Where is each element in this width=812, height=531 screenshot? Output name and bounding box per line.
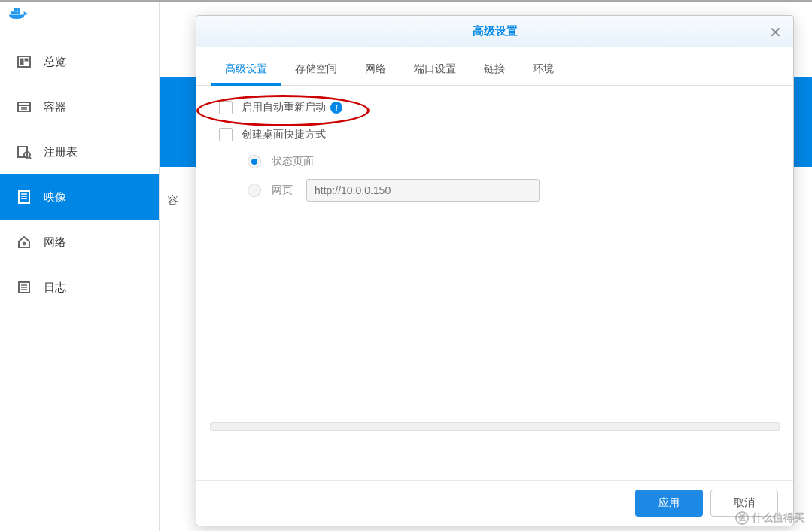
svg-rect-2 xyxy=(17,11,20,14)
sidebar-item-log[interactable]: 日志 xyxy=(0,265,159,310)
create-shortcut-label: 创建桌面快捷方式 xyxy=(242,128,326,141)
sidebar-item-registry[interactable]: 注册表 xyxy=(0,129,159,174)
sidebar-item-label: 容器 xyxy=(44,100,66,114)
sidebar-item-network[interactable]: 网络 xyxy=(0,220,159,265)
svg-rect-6 xyxy=(20,59,23,65)
tab-advanced[interactable]: 高级设置 xyxy=(211,55,281,86)
watermark: 值 什么值得买 xyxy=(735,511,804,525)
network-icon xyxy=(15,233,33,251)
webpage-label: 网页 xyxy=(272,184,293,197)
modal-header: 高级设置 ✕ xyxy=(196,16,793,47)
webpage-radio[interactable] xyxy=(248,184,261,197)
watermark-icon: 值 xyxy=(735,511,749,525)
status-page-radio[interactable] xyxy=(248,155,261,168)
sidebar: 总览 容器 注册表 映像 网络 日志 xyxy=(0,2,160,531)
advanced-settings-modal: 高级设置 ✕ 高级设置 存储空间 网络 端口设置 链接 环境 启用自动重新启动 … xyxy=(196,15,794,526)
log-icon xyxy=(15,278,33,296)
auto-restart-row: 启用自动重新启动 i xyxy=(219,101,771,114)
modal-footer: 应用 取消 xyxy=(196,480,793,526)
container-icon xyxy=(15,98,33,116)
create-shortcut-row: 创建桌面快捷方式 xyxy=(219,128,771,141)
watermark-text: 什么值得买 xyxy=(752,511,804,525)
sidebar-item-label: 总览 xyxy=(44,55,66,69)
apply-button[interactable]: 应用 xyxy=(635,490,703,517)
svg-rect-3 xyxy=(14,8,17,11)
image-icon xyxy=(15,188,33,206)
info-icon[interactable]: i xyxy=(330,102,342,114)
svg-rect-0 xyxy=(11,11,14,14)
sidebar-item-label: 映像 xyxy=(44,190,66,205)
tab-port[interactable]: 端口设置 xyxy=(400,55,470,85)
auto-restart-label: 启用自动重新启动 xyxy=(242,101,326,114)
status-page-label: 状态页面 xyxy=(272,155,314,168)
svg-rect-15 xyxy=(19,191,29,203)
tab-environment[interactable]: 环境 xyxy=(519,55,567,85)
partial-text: 容 xyxy=(167,193,178,208)
modal-title: 高级设置 xyxy=(473,24,518,38)
sidebar-item-image[interactable]: 映像 xyxy=(0,174,159,220)
overview-icon xyxy=(15,53,33,71)
tab-bar: 高级设置 存储空间 网络 端口设置 链接 环境 xyxy=(196,47,793,86)
svg-rect-1 xyxy=(14,11,17,14)
sidebar-item-label: 网络 xyxy=(44,235,66,250)
status-page-row: 状态页面 xyxy=(248,155,771,168)
url-input[interactable] xyxy=(306,179,540,202)
tab-volume[interactable]: 存储空间 xyxy=(281,55,351,85)
svg-rect-8 xyxy=(18,102,30,111)
sidebar-item-container[interactable]: 容器 xyxy=(0,84,159,129)
svg-line-14 xyxy=(29,157,31,159)
tab-network[interactable]: 网络 xyxy=(351,55,400,85)
auto-restart-checkbox[interactable] xyxy=(219,101,233,114)
tab-links[interactable]: 链接 xyxy=(470,55,519,85)
svg-rect-5 xyxy=(18,56,30,67)
modal-body: 启用自动重新启动 i 创建桌面快捷方式 状态页面 网页 xyxy=(196,86,793,480)
sidebar-item-label: 日志 xyxy=(44,281,66,295)
sidebar-item-overview[interactable]: 总览 xyxy=(0,39,159,84)
svg-point-19 xyxy=(23,242,26,245)
sidebar-item-label: 注册表 xyxy=(44,145,78,159)
horizontal-scrollbar[interactable] xyxy=(210,422,780,431)
registry-icon xyxy=(15,143,33,161)
close-icon[interactable]: ✕ xyxy=(769,23,784,38)
webpage-row: 网页 xyxy=(248,179,771,202)
svg-rect-4 xyxy=(17,8,20,11)
create-shortcut-checkbox[interactable] xyxy=(219,128,233,141)
svg-rect-7 xyxy=(25,59,28,61)
docker-logo xyxy=(9,6,30,24)
